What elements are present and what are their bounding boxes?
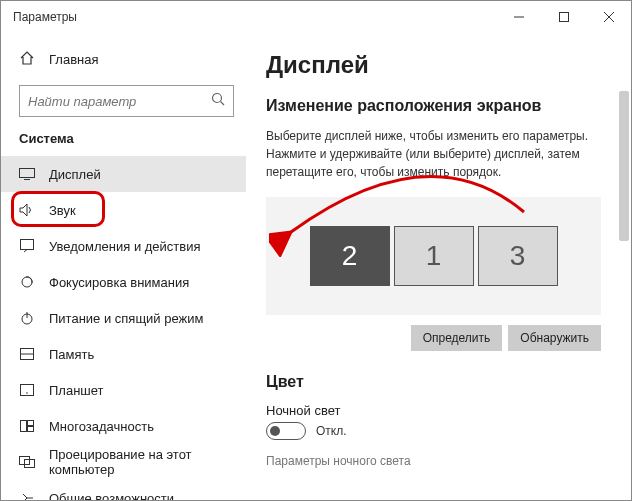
notifications-icon — [19, 239, 35, 253]
scrollbar[interactable] — [619, 91, 629, 241]
content-pane: Дисплей Изменение расположения экранов В… — [246, 33, 631, 500]
detect-button[interactable]: Обнаружить — [508, 325, 601, 351]
sidebar-item-notifications[interactable]: Уведомления и действия — [1, 228, 246, 264]
storage-icon — [19, 348, 35, 360]
sidebar-home[interactable]: Главная — [1, 41, 246, 77]
close-button[interactable] — [586, 1, 631, 33]
nightlight-label: Ночной свет — [266, 403, 619, 418]
sidebar-group-title: Система — [1, 131, 246, 146]
shared-icon — [19, 491, 35, 500]
sidebar-item-storage[interactable]: Память — [1, 336, 246, 372]
sidebar-item-label: Проецирование на этот компьютер — [49, 447, 246, 477]
sidebar-item-multitasking[interactable]: Многозадачность — [1, 408, 246, 444]
projecting-icon — [19, 456, 35, 468]
window-controls — [496, 1, 631, 33]
monitor-tile-1[interactable]: 1 — [394, 226, 474, 286]
display-icon — [19, 168, 35, 180]
sidebar-item-label: Память — [49, 347, 94, 362]
identify-button[interactable]: Определить — [411, 325, 503, 351]
sidebar-item-label: Общие возможности — [49, 491, 174, 501]
search-field[interactable] — [28, 94, 211, 109]
tablet-icon — [19, 384, 35, 396]
focus-icon — [19, 275, 35, 289]
titlebar: Параметры — [1, 1, 631, 33]
sidebar-item-sound[interactable]: Звук — [1, 192, 246, 228]
window-title: Параметры — [13, 10, 77, 24]
power-icon — [19, 311, 35, 325]
page-title: Дисплей — [266, 51, 619, 79]
svg-rect-16 — [21, 421, 27, 432]
sidebar-item-label: Фокусировка внимания — [49, 275, 189, 290]
svg-point-4 — [213, 94, 222, 103]
search-input[interactable] — [19, 85, 234, 117]
sidebar-item-shared[interactable]: Общие возможности — [1, 480, 246, 500]
svg-rect-18 — [28, 427, 34, 432]
nightlight-settings-link[interactable]: Параметры ночного света — [266, 454, 619, 468]
sidebar-item-label: Планшет — [49, 383, 104, 398]
section-rearrange-title: Изменение расположения экранов — [266, 97, 619, 115]
sidebar-item-label: Дисплей — [49, 167, 101, 182]
maximize-button[interactable] — [541, 1, 586, 33]
svg-rect-14 — [21, 385, 34, 396]
home-icon — [19, 50, 35, 69]
search-icon — [211, 92, 225, 110]
sound-icon — [19, 203, 35, 217]
section-color-title: Цвет — [266, 373, 619, 391]
nightlight-toggle[interactable] — [266, 422, 306, 440]
sidebar-item-focus[interactable]: Фокусировка внимания — [1, 264, 246, 300]
multitasking-icon — [19, 420, 35, 432]
svg-rect-1 — [559, 13, 568, 22]
sidebar-item-label: Звук — [49, 203, 76, 218]
monitor-tile-3[interactable]: 3 — [478, 226, 558, 286]
sidebar-item-display[interactable]: Дисплей — [1, 156, 246, 192]
sidebar-item-label: Многозадачность — [49, 419, 154, 434]
sidebar-item-label: Уведомления и действия — [49, 239, 201, 254]
svg-rect-8 — [21, 240, 34, 250]
nightlight-state: Откл. — [316, 424, 347, 438]
svg-point-15 — [26, 392, 28, 394]
sidebar-item-power[interactable]: Питание и спящий режим — [1, 300, 246, 336]
sidebar-item-tablet[interactable]: Планшет — [1, 372, 246, 408]
sidebar-home-label: Главная — [49, 52, 98, 67]
sidebar-item-projecting[interactable]: Проецирование на этот компьютер — [1, 444, 246, 480]
svg-line-5 — [221, 102, 225, 106]
svg-rect-6 — [20, 169, 35, 178]
sidebar: Главная Система Дисплей Звук Уведомления… — [1, 33, 246, 500]
monitor-tile-2[interactable]: 2 — [310, 226, 390, 286]
monitor-arrangement-area[interactable]: 2 1 3 — [266, 197, 601, 315]
sidebar-item-label: Питание и спящий режим — [49, 311, 203, 326]
rearrange-description: Выберите дисплей ниже, чтобы изменить ег… — [266, 127, 606, 181]
svg-rect-17 — [28, 421, 34, 426]
minimize-button[interactable] — [496, 1, 541, 33]
